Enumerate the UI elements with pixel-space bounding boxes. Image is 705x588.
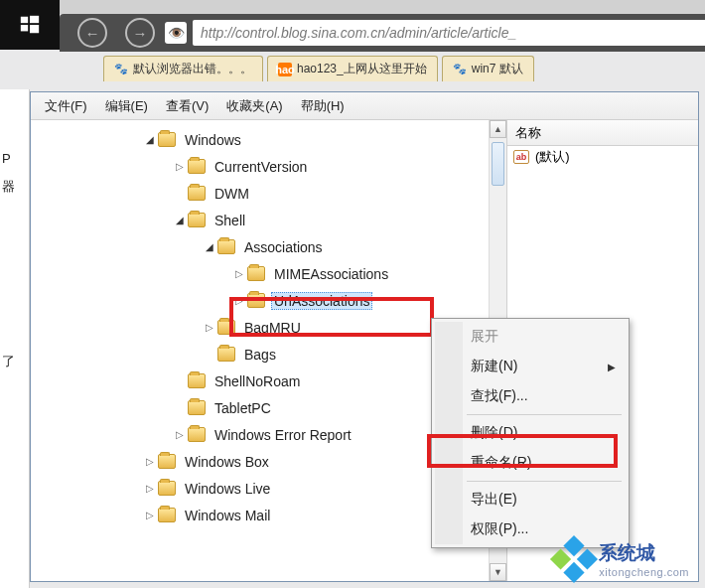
- folder-icon: [158, 132, 176, 147]
- tree-node[interactable]: ◢Associations: [35, 233, 506, 260]
- value-name: (默认): [535, 148, 570, 166]
- folder-icon: [188, 427, 206, 442]
- folder-icon: [217, 239, 235, 254]
- scroll-thumb[interactable]: [492, 142, 504, 186]
- paw-icon: 🐾: [114, 63, 128, 76]
- svg-rect-2: [21, 25, 28, 31]
- column-header-name[interactable]: 名称: [507, 120, 698, 146]
- watermark: 系统城 xitongcheng.com: [557, 540, 689, 578]
- tab-label: win7 默认: [472, 61, 523, 77]
- tree-node-label: MIMEAssociations: [271, 266, 391, 282]
- collapse-icon[interactable]: ◢: [144, 134, 156, 146]
- browser-tab-strip: [60, 0, 705, 14]
- tree-node-label: CurrentVersion: [212, 159, 310, 175]
- folder-icon: [188, 373, 206, 388]
- tree-node-label: Windows Live: [182, 481, 273, 497]
- forward-button[interactable]: →: [125, 18, 155, 48]
- folder-icon: [188, 400, 206, 415]
- folder-icon: [158, 454, 176, 469]
- tree-node-label: Windows Box: [182, 454, 272, 470]
- ctx-expand[interactable]: 展开: [435, 322, 626, 352]
- no-expand-icon: [174, 375, 186, 387]
- browser-tab[interactable]: haohao123_上网从这里开始: [267, 56, 438, 81]
- list-row[interactable]: ab (默认): [507, 146, 698, 168]
- tree-node[interactable]: ◢Shell: [35, 207, 506, 233]
- string-value-icon: ab: [513, 150, 529, 164]
- paw-icon: 🐾: [453, 63, 467, 76]
- tree-node-label: UrlAssociations: [271, 292, 372, 310]
- tree-node-label: Bags: [241, 347, 279, 363]
- expand-icon[interactable]: ▷: [144, 456, 156, 468]
- expand-icon[interactable]: ▷: [233, 268, 245, 280]
- folder-icon: [158, 508, 176, 522]
- no-expand-icon: [174, 188, 186, 200]
- browser-toolbar: ← → 👁️ http://control.blog.sina.com.cn/a…: [60, 14, 705, 52]
- context-menu: 展开 新建(N)▶ 查找(F)... 删除(D) 重命名(R) 导出(E) 权限…: [431, 318, 630, 548]
- svg-rect-0: [21, 17, 28, 23]
- folder-icon: [217, 347, 235, 362]
- hao-icon: hao: [278, 63, 292, 76]
- tree-node-label: Windows: [182, 132, 244, 148]
- ctx-new[interactable]: 新建(N)▶: [435, 352, 626, 381]
- folder-icon: [247, 293, 265, 308]
- ctx-find[interactable]: 查找(F)...: [435, 381, 626, 411]
- folder-icon: [188, 186, 206, 201]
- svg-rect-3: [30, 25, 39, 33]
- separator: [467, 481, 622, 482]
- start-button[interactable]: [0, 0, 60, 50]
- back-button[interactable]: ←: [77, 18, 107, 48]
- expand-icon[interactable]: ▷: [204, 322, 215, 334]
- collapse-icon[interactable]: ◢: [204, 241, 215, 253]
- expand-icon[interactable]: ▷: [144, 510, 156, 521]
- tree-node[interactable]: DWM: [35, 180, 506, 207]
- menu-favorites[interactable]: 收藏夹(A): [218, 94, 290, 118]
- menubar: 文件(F) 编辑(E) 查看(V) 收藏夹(A) 帮助(H): [31, 92, 698, 120]
- address-bar[interactable]: http://control.blog.sina.com.cn/admin/ar…: [193, 20, 705, 46]
- watermark-url: xitongcheng.com: [599, 566, 689, 578]
- no-expand-icon: [174, 402, 186, 414]
- browser-tab[interactable]: 🐾默认浏览器出错。。。: [103, 56, 263, 81]
- menu-view[interactable]: 查看(V): [158, 94, 216, 118]
- scroll-down-button[interactable]: ▼: [490, 563, 506, 581]
- site-favicon: 👁️: [165, 22, 187, 44]
- folder-icon: [188, 213, 206, 227]
- tree-node[interactable]: ▷MIMEAssociations: [35, 260, 506, 287]
- folder-icon: [188, 159, 206, 174]
- tab-label: 默认浏览器出错。。。: [133, 61, 252, 77]
- expand-icon[interactable]: ▷: [144, 483, 156, 495]
- submenu-arrow-icon: ▶: [608, 362, 616, 372]
- ctx-delete[interactable]: 删除(D): [435, 418, 626, 448]
- scroll-up-button[interactable]: ▲: [490, 120, 506, 138]
- no-expand-icon: [204, 349, 215, 361]
- menu-file[interactable]: 文件(F): [37, 94, 95, 118]
- tree-node-label: ShellNoRoam: [212, 373, 303, 389]
- menu-edit[interactable]: 编辑(E): [97, 94, 156, 118]
- left-sliver: P 器 了: [0, 89, 30, 588]
- folder-icon: [217, 320, 235, 335]
- tree-node[interactable]: ▷UrlAssociations: [35, 287, 506, 314]
- watermark-brand: 系统城: [599, 540, 689, 566]
- tree-node[interactable]: ▷CurrentVersion: [35, 153, 506, 180]
- separator: [467, 414, 622, 415]
- tree-node-label: DWM: [212, 186, 252, 202]
- tree-node-label: TabletPC: [212, 400, 274, 416]
- tab-label: hao123_上网从这里开始: [297, 61, 427, 77]
- menu-help[interactable]: 帮助(H): [293, 94, 352, 118]
- tree-node-label: Associations: [241, 239, 326, 255]
- tree-node-label: Shell: [212, 213, 248, 228]
- expand-icon[interactable]: ▷: [174, 161, 186, 173]
- tree-node-label: BagMRU: [241, 320, 304, 336]
- tree-node[interactable]: ◢Windows: [35, 126, 506, 153]
- tree-node-label: Windows Error Report: [212, 427, 354, 443]
- browser-tabs: 🐾默认浏览器出错。。。 haohao123_上网从这里开始 🐾win7 默认: [103, 52, 705, 81]
- svg-rect-1: [30, 16, 39, 23]
- watermark-logo-icon: [550, 535, 598, 583]
- folder-icon: [247, 266, 265, 281]
- browser-tab[interactable]: 🐾win7 默认: [442, 56, 534, 81]
- tree-node-label: Windows Mail: [182, 508, 273, 523]
- ctx-rename[interactable]: 重命名(R): [435, 448, 626, 478]
- ctx-export[interactable]: 导出(E): [435, 485, 626, 514]
- expand-icon[interactable]: ▷: [174, 429, 186, 441]
- expand-icon[interactable]: ▷: [233, 295, 245, 307]
- collapse-icon[interactable]: ◢: [174, 215, 186, 226]
